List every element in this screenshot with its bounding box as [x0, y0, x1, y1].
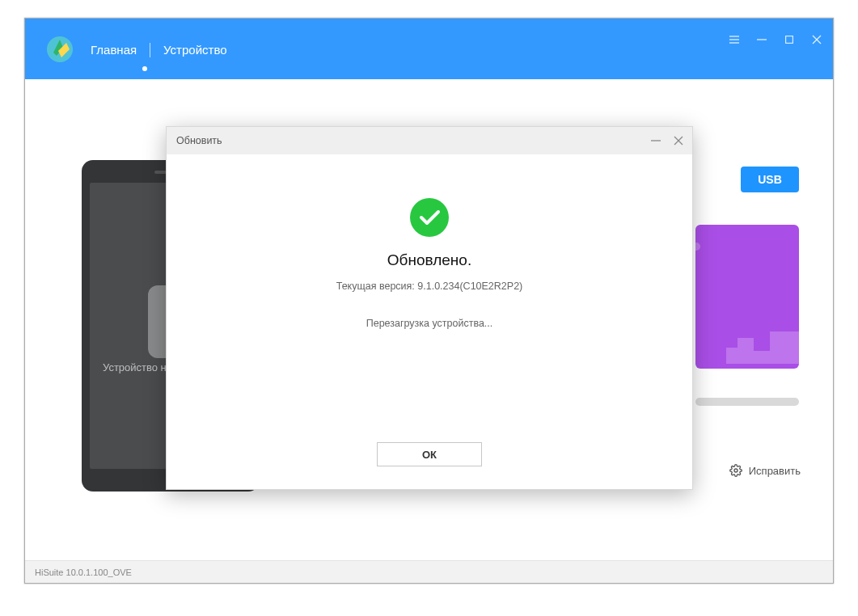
app-logo	[45, 35, 74, 64]
titlebar: Главная Устройство	[25, 19, 833, 79]
fix-button[interactable]: Исправить	[729, 464, 801, 477]
minimize-icon[interactable]	[755, 33, 768, 46]
maximize-icon[interactable]	[783, 33, 796, 46]
usb-button[interactable]: USB	[741, 167, 799, 192]
close-icon[interactable]	[810, 33, 823, 46]
content-area: Устройство н USB Исправить Обновить	[25, 79, 833, 560]
update-heading: Обновлено.	[167, 251, 692, 269]
svg-rect-7	[786, 36, 793, 44]
panel-dot-icon	[695, 243, 700, 251]
nav-device[interactable]: Устройство	[162, 43, 228, 57]
svg-point-10	[734, 469, 738, 472]
dialog-close-icon[interactable]	[673, 135, 684, 146]
dialog-body: Обновлено. Текущая версия: 9.1.0.234(C10…	[167, 154, 692, 329]
nav-separator	[150, 43, 150, 57]
device-status-text: Устройство н	[103, 361, 167, 373]
update-dialog: Обновить Обновлено. Текущая версия: 9.1.…	[166, 126, 693, 490]
ok-button[interactable]: ОК	[377, 442, 482, 466]
panel-wave-icon	[726, 315, 799, 364]
svg-point-14	[410, 198, 449, 237]
nav-active-indicator	[142, 66, 147, 71]
app-version-text: HiSuite 10.0.1.100_OVE	[35, 567, 132, 577]
dialog-minimize-icon[interactable]	[650, 135, 661, 146]
fix-label: Исправить	[749, 465, 801, 477]
nav-home[interactable]: Главная	[89, 43, 138, 57]
statusbar: HiSuite 10.0.1.100_OVE	[25, 560, 833, 583]
feature-panel[interactable]	[695, 225, 799, 369]
update-reboot-text: Перезагрузка устройства...	[167, 318, 692, 329]
gear-icon	[729, 464, 742, 477]
dialog-header: Обновить	[167, 127, 692, 154]
app-window: Главная Устройство Устройство	[24, 18, 834, 584]
menu-icon[interactable]	[728, 33, 741, 46]
update-version: Текущая версия: 9.1.0.234(C10E2R2P2)	[167, 281, 692, 292]
dialog-title: Обновить	[176, 135, 222, 146]
nav: Главная Устройство	[89, 43, 229, 57]
success-check-icon	[410, 198, 449, 237]
window-controls	[728, 33, 823, 46]
storage-progress	[695, 398, 799, 406]
storage-progress-fill	[695, 398, 799, 406]
